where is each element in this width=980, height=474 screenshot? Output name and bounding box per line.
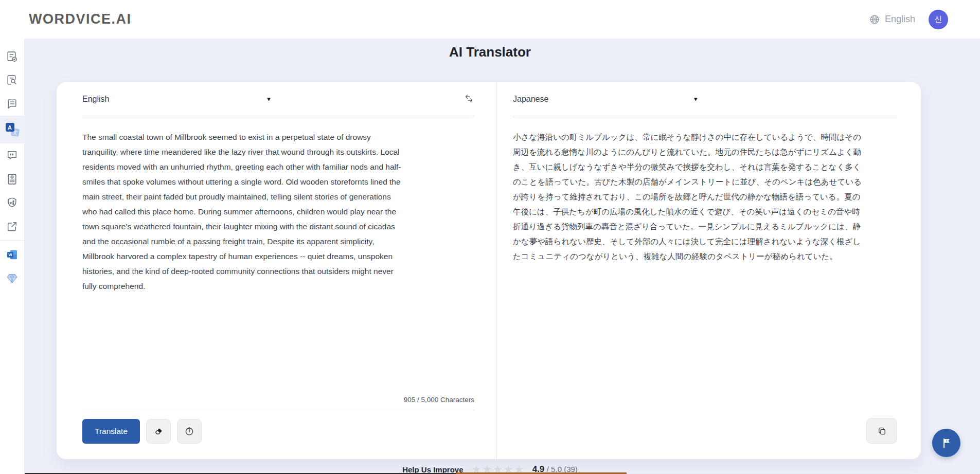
- target-panel: Japanese ▾ 小さな海沿いの町ミルブルックは、常に眠そうな静けさの中に存…: [496, 82, 921, 459]
- source-text-input[interactable]: The small coastal town of Millbrook seem…: [82, 116, 474, 396]
- document-search-icon: [6, 74, 19, 87]
- target-lang-row: Japanese ▾: [513, 82, 897, 116]
- erase-button[interactable]: [146, 419, 171, 444]
- sidebar-item-resume[interactable]: [0, 167, 25, 191]
- sidebar-item-proofreading[interactable]: [0, 45, 25, 68]
- swap-languages-button[interactable]: [464, 94, 474, 104]
- sidebar-item-ms-word[interactable]: W: [0, 243, 25, 266]
- translate-button[interactable]: Translate: [82, 419, 140, 444]
- feedback-fab[interactable]: !: [932, 429, 960, 457]
- sidebar-item-ai-translator[interactable]: A 文: [0, 116, 25, 143]
- document-check-icon: [6, 50, 19, 63]
- sidebar-item-premium[interactable]: [0, 266, 25, 290]
- header-right: English 신: [869, 10, 948, 29]
- sidebar-divider: [0, 240, 25, 241]
- upload-icon: [184, 426, 195, 437]
- ms-word-icon: W: [6, 248, 19, 261]
- sidebar-item-external-link[interactable]: [0, 214, 25, 238]
- app-root: WORDVICE.AI English 신: [0, 0, 980, 474]
- source-bottom-divider: [82, 410, 474, 410]
- external-link-icon: [6, 220, 19, 233]
- target-text-output: 小さな海沿いの町ミルブルックは、常に眠そうな静けさの中に存在しているようで、時間…: [513, 116, 897, 459]
- resume-icon: [6, 173, 19, 186]
- sidebar-item-plagiarism-check[interactable]: [0, 68, 25, 92]
- site-language-selector[interactable]: English: [869, 14, 915, 25]
- chevron-down-icon: ▾: [694, 95, 698, 103]
- sidebar-item-citations[interactable]: [0, 143, 25, 167]
- target-language-select[interactable]: Japanese ▾: [513, 95, 698, 104]
- char-count: 905 / 5,000 Characters: [82, 396, 474, 404]
- chevron-down-icon: ▾: [267, 95, 271, 103]
- page-title: AI Translator: [0, 44, 980, 60]
- sidebar-item-ai-detector[interactable]: [0, 191, 25, 214]
- sidebar-item-summarizer[interactable]: [0, 92, 25, 116]
- svg-text:!: !: [946, 439, 947, 443]
- site-language-label: English: [885, 14, 915, 25]
- flag-icon: !: [940, 436, 953, 450]
- source-actions: Translate: [82, 419, 474, 444]
- wordvice-logo: WORDVICE.AI: [29, 11, 132, 27]
- copy-button[interactable]: [866, 418, 897, 444]
- copy-icon: [877, 426, 887, 436]
- target-language-label: Japanese: [513, 95, 548, 104]
- avatar[interactable]: 신: [929, 10, 948, 29]
- translator-a-glyph: A: [6, 123, 14, 132]
- chat-lines-icon: [6, 98, 19, 111]
- sidebar: A 文: [0, 39, 25, 474]
- ai-translator-icon: A 文: [6, 123, 19, 136]
- rating-label: Help Us Improve: [402, 465, 463, 474]
- quote-bubble-icon: [6, 149, 19, 162]
- shield-ai-icon: [6, 196, 19, 209]
- upload-button[interactable]: [177, 419, 202, 444]
- header: WORDVICE.AI English 신: [0, 0, 980, 39]
- source-panel: English ▾ The small coastal town of Mill…: [57, 82, 496, 459]
- translator-card: English ▾ The small coastal town of Mill…: [57, 82, 921, 459]
- source-language-select[interactable]: English ▾: [82, 95, 271, 104]
- svg-text:W: W: [8, 252, 12, 257]
- globe-icon: [869, 14, 880, 25]
- source-language-label: English: [82, 95, 109, 104]
- source-lang-row: English ▾: [82, 82, 474, 116]
- eraser-icon: [153, 426, 164, 437]
- swap-arrows-icon: [464, 94, 474, 104]
- diamond-icon: [6, 272, 19, 285]
